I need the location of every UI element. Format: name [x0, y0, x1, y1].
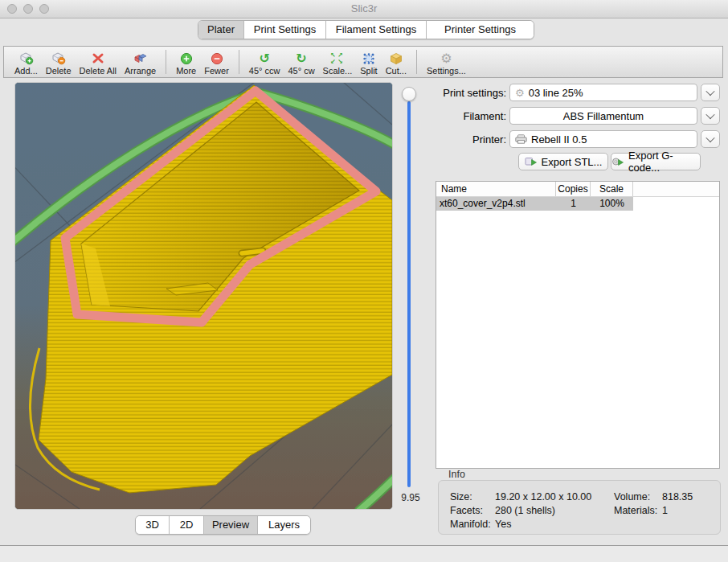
- column-header-scale[interactable]: Scale: [591, 182, 633, 196]
- tab-preview[interactable]: Preview: [204, 516, 258, 534]
- print-settings-label: Print settings:: [438, 87, 506, 99]
- materials-value: 1: [662, 505, 668, 516]
- object-scale-cell: 100%: [591, 197, 633, 211]
- add-button[interactable]: Add...: [10, 47, 42, 76]
- tab-printer-settings[interactable]: Printer Settings: [427, 21, 534, 39]
- object-table-header: Name Copies Scale: [436, 182, 719, 197]
- chevron-down-icon: [706, 110, 714, 119]
- rotate-cw-button-label: 45° cw: [288, 66, 314, 76]
- split-icon: [362, 51, 375, 66]
- volume-label: Volume:: [614, 491, 650, 503]
- tab-2d[interactable]: 2D: [170, 516, 204, 534]
- object-list-table[interactable]: Name Copies Scale xt60_cover_v2p4.stl 1 …: [436, 181, 720, 469]
- chevron-down-icon: [706, 87, 714, 96]
- cut-icon: [389, 51, 403, 66]
- print-settings-combo[interactable]: ⚙ 03 line 25%: [509, 84, 697, 101]
- layer-slider-track[interactable]: [407, 101, 411, 487]
- size-value: 19.20 x 12.00 x 10.00: [495, 491, 591, 503]
- volume-value: 818.35: [662, 491, 693, 503]
- arrange-button-label: Arrange: [125, 66, 156, 76]
- object-copies-cell: 1: [556, 197, 591, 211]
- tab-filament-settings[interactable]: Filament Settings: [326, 21, 427, 39]
- tab-plater[interactable]: Plater: [198, 21, 244, 39]
- materials-label: Materials:: [614, 505, 657, 516]
- more-copies-icon: [180, 51, 193, 66]
- delete-all-button-label: Delete All: [80, 66, 117, 76]
- tab-3d[interactable]: 3D: [136, 516, 170, 534]
- export-gcode-label: Export G-code...: [628, 150, 700, 174]
- export-stl-icon: [525, 156, 538, 167]
- tab-layers[interactable]: Layers: [258, 516, 310, 534]
- layer-slider-handle[interactable]: [402, 87, 416, 101]
- layer-slider-value: 9.95: [394, 492, 427, 503]
- plater-toolbar: Add... Delete Delete All Arrange More: [3, 46, 723, 78]
- title-bar: Slic3r: [0, 0, 728, 18]
- fewer-button-label: Fewer: [204, 66, 229, 76]
- filament-label: Filament:: [438, 110, 506, 122]
- slic3r-window: Slic3r Plater Print Settings Filament Se…: [0, 0, 728, 562]
- cut-button[interactable]: Cut...: [382, 47, 411, 76]
- info-panel-title: Info: [448, 469, 465, 480]
- filament-value: ABS Fillamentum: [563, 110, 644, 122]
- delete-button-label: Delete: [46, 66, 72, 76]
- facets-value: 280 (1 shells): [495, 505, 555, 516]
- window-title: Slic3r: [0, 2, 728, 14]
- main-tab-bar: Plater Print Settings Filament Settings …: [198, 20, 534, 39]
- object-settings-button-label: Settings...: [427, 66, 466, 76]
- printer-label: Printer:: [438, 133, 506, 146]
- object-name-cell: xt60_cover_v2p4.stl: [436, 197, 556, 211]
- add-button-label: Add...: [14, 66, 38, 76]
- delete-button[interactable]: Delete: [42, 47, 76, 76]
- facets-label: Facets:: [450, 505, 483, 516]
- print-settings-value: 03 line 25%: [529, 87, 583, 99]
- export-gcode-button[interactable]: Export G-code...: [611, 153, 701, 170]
- rotate-ccw-button[interactable]: ↺ 45° ccw: [245, 47, 284, 76]
- manifold-value: Yes: [495, 519, 511, 530]
- export-stl-button[interactable]: Export STL...: [518, 153, 608, 170]
- preview-3d-viewport[interactable]: [14, 82, 393, 510]
- split-button-label: Split: [360, 66, 377, 76]
- printer-combo[interactable]: Rebell II 0.5: [509, 130, 697, 148]
- toolbar-separator: [416, 50, 417, 74]
- split-button[interactable]: Split: [356, 47, 381, 76]
- scale-icon: ↖↗↙↘: [330, 51, 345, 66]
- scale-button[interactable]: ↖↗↙↘ Scale...: [319, 47, 357, 76]
- fewer-copies-icon: [211, 51, 223, 66]
- arrange-icon: [133, 51, 148, 66]
- export-gcode-icon: [611, 156, 624, 167]
- toolbar-separator: [166, 50, 166, 74]
- more-button[interactable]: More: [172, 47, 200, 76]
- export-stl-label: Export STL...: [542, 156, 603, 168]
- status-bar: [0, 546, 728, 562]
- printer-icon: [515, 134, 527, 144]
- filament-dropdown-button[interactable]: [701, 107, 720, 125]
- more-button-label: More: [176, 66, 196, 76]
- printer-dropdown-button[interactable]: [701, 130, 720, 148]
- view-tab-bar: 3D 2D Preview Layers: [135, 515, 311, 535]
- chevron-down-icon: [706, 133, 714, 142]
- table-row[interactable]: xt60_cover_v2p4.stl 1 100%: [436, 197, 633, 211]
- scale-button-label: Scale...: [323, 66, 353, 76]
- column-header-copies[interactable]: Copies: [556, 182, 591, 196]
- rotate-cw-button[interactable]: ↻ 45° cw: [284, 47, 318, 76]
- manifold-label: Manifold:: [450, 519, 491, 530]
- size-label: Size:: [450, 491, 472, 503]
- tab-print-settings[interactable]: Print Settings: [244, 21, 326, 39]
- print-settings-dropdown-button[interactable]: [701, 84, 720, 101]
- fewer-button[interactable]: Fewer: [200, 47, 233, 76]
- add-object-icon: [18, 51, 34, 66]
- object-settings-icon: ⚙: [440, 51, 452, 66]
- preview-3d-render: [15, 83, 392, 509]
- arrange-button[interactable]: Arrange: [121, 47, 160, 76]
- column-header-name[interactable]: Name: [436, 182, 556, 196]
- delete-all-button[interactable]: Delete All: [76, 47, 121, 76]
- delete-object-icon: [51, 51, 66, 66]
- object-settings-button[interactable]: ⚙ Settings...: [423, 47, 470, 76]
- filament-combo[interactable]: ABS Fillamentum: [509, 107, 697, 125]
- rotate-cw-icon: ↻: [296, 51, 306, 66]
- toolbar-separator: [239, 50, 239, 74]
- rotate-ccw-icon: ↺: [259, 51, 269, 66]
- rotate-ccw-button-label: 45° ccw: [249, 66, 280, 76]
- info-panel: Size: 19.20 x 12.00 x 10.00 Volume: 818.…: [438, 480, 721, 535]
- delete-all-icon: [92, 51, 104, 66]
